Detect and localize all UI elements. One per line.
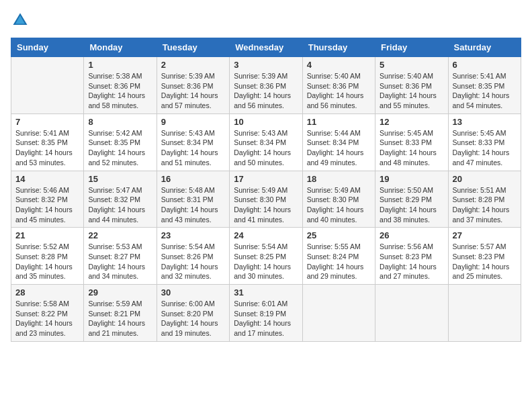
week-row-5: 28Sunrise: 5:58 AMSunset: 8:22 PMDayligh… xyxy=(11,285,521,342)
calendar-cell: 30Sunrise: 6:00 AMSunset: 8:20 PMDayligh… xyxy=(157,285,229,342)
day-number: 15 xyxy=(88,174,152,184)
day-number: 6 xyxy=(453,60,517,70)
day-number: 9 xyxy=(161,117,225,127)
day-number: 23 xyxy=(161,230,225,240)
week-row-3: 14Sunrise: 5:46 AMSunset: 8:32 PMDayligh… xyxy=(11,171,521,228)
cell-info: Sunrise: 5:55 AMSunset: 8:24 PMDaylight:… xyxy=(307,242,371,281)
day-number: 5 xyxy=(380,60,443,70)
cell-info: Sunrise: 5:43 AMSunset: 8:34 PMDaylight:… xyxy=(161,128,225,168)
calendar-cell: 31Sunrise: 6:01 AMSunset: 8:19 PMDayligh… xyxy=(230,285,302,342)
day-number: 29 xyxy=(88,287,152,298)
cell-info: Sunrise: 6:00 AMSunset: 8:20 PMDaylight:… xyxy=(161,299,225,338)
cell-info: Sunrise: 5:47 AMSunset: 8:32 PMDaylight:… xyxy=(88,185,152,225)
logo xyxy=(11,11,31,30)
day-number: 28 xyxy=(15,287,79,298)
cell-info: Sunrise: 5:46 AMSunset: 8:32 PMDaylight:… xyxy=(15,185,79,225)
week-row-2: 7Sunrise: 5:41 AMSunset: 8:35 PMDaylight… xyxy=(11,113,521,171)
day-number: 11 xyxy=(307,117,371,127)
calendar-cell: 2Sunrise: 5:39 AMSunset: 8:36 PMDaylight… xyxy=(157,57,229,114)
calendar-cell: 10Sunrise: 5:43 AMSunset: 8:34 PMDayligh… xyxy=(230,113,302,171)
cell-info: Sunrise: 5:48 AMSunset: 8:31 PMDaylight:… xyxy=(161,185,225,225)
calendar-cell: 23Sunrise: 5:54 AMSunset: 8:26 PMDayligh… xyxy=(157,228,229,285)
day-number: 16 xyxy=(161,174,225,184)
cell-info: Sunrise: 5:52 AMSunset: 8:28 PMDaylight:… xyxy=(15,242,79,281)
day-number: 12 xyxy=(380,117,443,127)
calendar-cell: 14Sunrise: 5:46 AMSunset: 8:32 PMDayligh… xyxy=(11,171,84,228)
day-number: 25 xyxy=(307,230,371,240)
cell-info: Sunrise: 5:45 AMSunset: 8:33 PMDaylight:… xyxy=(453,128,517,168)
header-row: SundayMondayTuesdayWednesdayThursdayFrid… xyxy=(11,38,521,57)
calendar-cell: 7Sunrise: 5:41 AMSunset: 8:35 PMDaylight… xyxy=(11,113,84,171)
day-number: 14 xyxy=(15,174,79,184)
calendar-cell: 16Sunrise: 5:48 AMSunset: 8:31 PMDayligh… xyxy=(157,171,229,228)
cell-info: Sunrise: 5:39 AMSunset: 8:36 PMDaylight:… xyxy=(161,71,225,111)
day-number: 17 xyxy=(234,174,298,184)
calendar-cell: 18Sunrise: 5:49 AMSunset: 8:30 PMDayligh… xyxy=(302,171,375,228)
day-number: 4 xyxy=(307,60,371,70)
day-number: 13 xyxy=(453,117,517,127)
calendar-cell: 26Sunrise: 5:56 AMSunset: 8:23 PMDayligh… xyxy=(375,228,448,285)
calendar-cell: 5Sunrise: 5:40 AMSunset: 8:36 PMDaylight… xyxy=(375,57,448,114)
cell-info: Sunrise: 5:45 AMSunset: 8:33 PMDaylight:… xyxy=(380,128,443,168)
calendar-cell: 3Sunrise: 5:39 AMSunset: 8:36 PMDaylight… xyxy=(230,57,302,114)
calendar-cell: 29Sunrise: 5:59 AMSunset: 8:21 PMDayligh… xyxy=(84,285,157,342)
calendar-cell: 15Sunrise: 5:47 AMSunset: 8:32 PMDayligh… xyxy=(84,171,157,228)
cell-info: Sunrise: 5:54 AMSunset: 8:26 PMDaylight:… xyxy=(161,242,225,281)
cell-info: Sunrise: 5:51 AMSunset: 8:28 PMDaylight:… xyxy=(453,185,517,225)
day-number: 10 xyxy=(234,117,298,127)
day-number: 18 xyxy=(307,174,371,184)
cell-info: Sunrise: 5:44 AMSunset: 8:34 PMDaylight:… xyxy=(307,128,371,168)
cell-info: Sunrise: 5:49 AMSunset: 8:30 PMDaylight:… xyxy=(307,185,371,225)
calendar-cell: 27Sunrise: 5:57 AMSunset: 8:23 PMDayligh… xyxy=(448,228,521,285)
cell-info: Sunrise: 5:42 AMSunset: 8:35 PMDaylight:… xyxy=(88,128,152,168)
calendar-cell: 25Sunrise: 5:55 AMSunset: 8:24 PMDayligh… xyxy=(302,228,375,285)
day-header-monday: Monday xyxy=(84,38,157,57)
calendar-cell: 8Sunrise: 5:42 AMSunset: 8:35 PMDaylight… xyxy=(84,113,157,171)
calendar-cell xyxy=(448,285,521,342)
calendar-cell xyxy=(11,57,84,114)
cell-info: Sunrise: 5:59 AMSunset: 8:21 PMDaylight:… xyxy=(88,299,152,338)
cell-info: Sunrise: 5:50 AMSunset: 8:29 PMDaylight:… xyxy=(380,185,443,225)
calendar-cell: 11Sunrise: 5:44 AMSunset: 8:34 PMDayligh… xyxy=(302,113,375,171)
day-number: 27 xyxy=(453,230,517,240)
calendar-cell: 1Sunrise: 5:38 AMSunset: 8:36 PMDaylight… xyxy=(84,57,157,114)
day-header-tuesday: Tuesday xyxy=(157,38,229,57)
day-header-friday: Friday xyxy=(375,38,448,57)
logo-icon xyxy=(11,11,30,30)
day-number: 21 xyxy=(15,230,79,240)
cell-info: Sunrise: 5:58 AMSunset: 8:22 PMDaylight:… xyxy=(15,299,79,338)
calendar-cell: 21Sunrise: 5:52 AMSunset: 8:28 PMDayligh… xyxy=(11,228,84,285)
calendar-cell: 22Sunrise: 5:53 AMSunset: 8:27 PMDayligh… xyxy=(84,228,157,285)
day-number: 24 xyxy=(234,230,298,240)
calendar-cell xyxy=(302,285,375,342)
day-number: 30 xyxy=(161,287,225,298)
day-header-thursday: Thursday xyxy=(302,38,375,57)
day-number: 8 xyxy=(88,117,152,127)
calendar-cell: 13Sunrise: 5:45 AMSunset: 8:33 PMDayligh… xyxy=(448,113,521,171)
cell-info: Sunrise: 5:41 AMSunset: 8:35 PMDaylight:… xyxy=(15,128,79,168)
calendar-table: SundayMondayTuesdayWednesdayThursdayFrid… xyxy=(11,38,521,342)
day-number: 2 xyxy=(161,60,225,70)
calendar-cell: 20Sunrise: 5:51 AMSunset: 8:28 PMDayligh… xyxy=(448,171,521,228)
calendar-cell xyxy=(375,285,448,342)
cell-info: Sunrise: 5:43 AMSunset: 8:34 PMDaylight:… xyxy=(234,128,298,168)
cell-info: Sunrise: 5:49 AMSunset: 8:30 PMDaylight:… xyxy=(234,185,298,225)
week-row-1: 1Sunrise: 5:38 AMSunset: 8:36 PMDaylight… xyxy=(11,57,521,114)
calendar-cell: 17Sunrise: 5:49 AMSunset: 8:30 PMDayligh… xyxy=(230,171,302,228)
day-number: 20 xyxy=(453,174,517,184)
day-number: 1 xyxy=(88,60,152,70)
cell-info: Sunrise: 5:40 AMSunset: 8:36 PMDaylight:… xyxy=(380,71,443,111)
calendar-cell: 24Sunrise: 5:54 AMSunset: 8:25 PMDayligh… xyxy=(230,228,302,285)
cell-info: Sunrise: 5:38 AMSunset: 8:36 PMDaylight:… xyxy=(88,71,152,111)
day-header-wednesday: Wednesday xyxy=(230,38,302,57)
week-row-4: 21Sunrise: 5:52 AMSunset: 8:28 PMDayligh… xyxy=(11,228,521,285)
cell-info: Sunrise: 5:53 AMSunset: 8:27 PMDaylight:… xyxy=(88,242,152,281)
cell-info: Sunrise: 6:01 AMSunset: 8:19 PMDaylight:… xyxy=(234,299,298,338)
day-header-saturday: Saturday xyxy=(448,38,521,57)
cell-info: Sunrise: 5:40 AMSunset: 8:36 PMDaylight:… xyxy=(307,71,371,111)
calendar-cell: 4Sunrise: 5:40 AMSunset: 8:36 PMDaylight… xyxy=(302,57,375,114)
day-number: 19 xyxy=(380,174,443,184)
cell-info: Sunrise: 5:39 AMSunset: 8:36 PMDaylight:… xyxy=(234,71,298,111)
cell-info: Sunrise: 5:56 AMSunset: 8:23 PMDaylight:… xyxy=(380,242,443,281)
day-header-sunday: Sunday xyxy=(11,38,84,57)
